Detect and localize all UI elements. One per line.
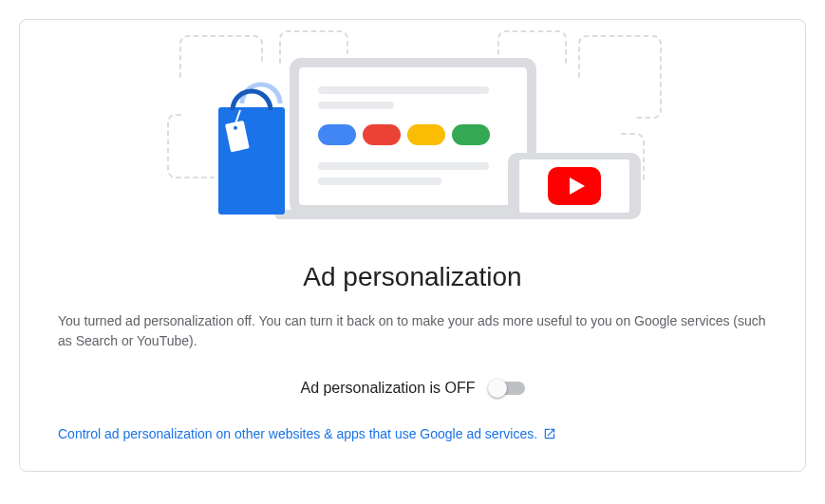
ad-personalization-toggle[interactable] — [491, 382, 525, 395]
illustration — [20, 20, 805, 233]
ad-personalization-illustration — [147, 20, 679, 233]
control-other-sites-link[interactable]: Control ad personalization on other webs… — [58, 426, 556, 441]
toggle-row: Ad personalization is OFF — [58, 380, 767, 397]
svg-rect-3 — [318, 102, 394, 109]
shopping-bag-icon — [218, 84, 285, 215]
toggle-knob — [488, 379, 507, 398]
svg-rect-5 — [363, 124, 401, 145]
page-title: Ad personalization — [58, 262, 767, 292]
svg-rect-4 — [318, 124, 356, 145]
svg-rect-8 — [318, 162, 489, 170]
svg-rect-6 — [407, 124, 445, 145]
content: Ad personalization You turned ad persona… — [20, 262, 805, 471]
toggle-label: Ad personalization is OFF — [300, 380, 475, 397]
svg-rect-11 — [218, 107, 285, 215]
link-text: Control ad personalization on other webs… — [58, 426, 537, 441]
description-text: You turned ad personalization off. You c… — [58, 311, 767, 351]
svg-rect-7 — [452, 124, 490, 145]
link-row: Control ad personalization on other webs… — [58, 425, 767, 442]
external-link-icon — [543, 427, 556, 440]
phone-youtube-icon — [508, 153, 641, 219]
svg-rect-2 — [318, 86, 489, 94]
ad-personalization-card: Ad personalization You turned ad persona… — [19, 19, 806, 472]
svg-rect-9 — [318, 177, 441, 185]
